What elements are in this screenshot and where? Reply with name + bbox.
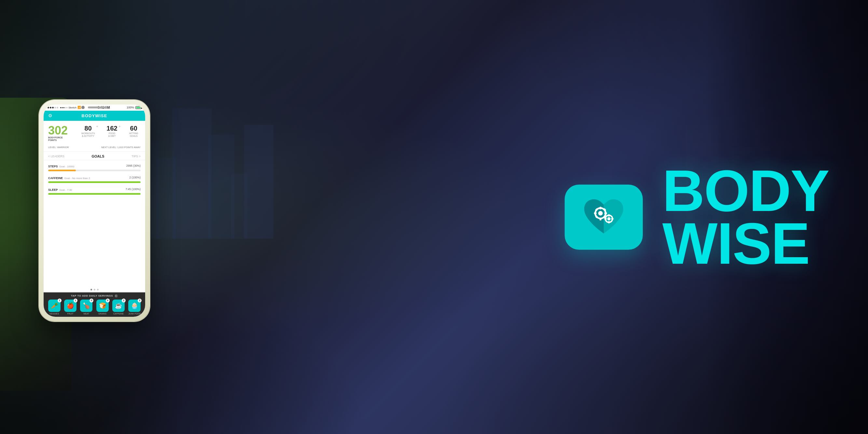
food-label: FOOD & DIET [108, 132, 116, 138]
hitting-stat: 60 HITTING GOALS [127, 125, 141, 138]
phone-section: ●●●○○ Sketch 📶 9:41 AM 100% ⚙ BODYWISE [39, 113, 150, 321]
dot-2 [94, 289, 95, 290]
steps-info: STEPS Goal - 10000 [48, 163, 74, 169]
caffeine-serving-icon: ☕ [115, 302, 122, 309]
serving-fruit[interactable]: 🍎 1 FRUIT [64, 300, 76, 315]
leaders-tab[interactable]: < LEADERS [48, 155, 64, 158]
app-icon [565, 185, 643, 250]
sleep-detail: Goal - 7:30 [59, 188, 72, 191]
battery-icon [135, 106, 141, 109]
camera [81, 106, 85, 109]
food-plus: + [119, 125, 121, 128]
signal-bars [48, 107, 58, 108]
caffeine-icon-box[interactable]: ☕ 2 [112, 300, 125, 312]
phone-notch [81, 106, 107, 109]
hitting-number: 60 [130, 125, 137, 132]
grains-count: 0 [106, 299, 110, 303]
workouts-label: WORKOUTS & ACTIVITY [81, 132, 95, 138]
meat-icon: 🍗 [83, 302, 90, 309]
stats-section: 302 BODYFORCE POINTS 80 WORKOUTS & ACTIV… [43, 121, 145, 145]
fruit-label: FRUIT [67, 313, 73, 315]
next-level: NEXT LEVEL: 1,810 POINTS AWAY [101, 146, 141, 149]
sleep-info: SLEEP Goal - 7:30 [48, 186, 72, 192]
food-stat: 162 FOOD & DIET + [104, 125, 120, 138]
main-layout: ●●●○○ Sketch 📶 9:41 AM 100% ⚙ BODYWISE [0, 0, 868, 434]
signal-dot-1 [48, 107, 49, 108]
sleep-value: 7:45 (100%) [126, 188, 141, 191]
app-header: ⚙ BODYWISE [43, 111, 145, 121]
brand-name: BODY WISE [662, 164, 829, 270]
serving-veggies[interactable]: 🥕 1 VEGGIES [48, 300, 61, 315]
caffeine-goal-header: CAFFEINE Goal - No more than 2 2 (100%) [48, 175, 141, 180]
brand-line-1: BODY [662, 164, 829, 217]
phone-frame: ●●●○○ Sketch 📶 9:41 AM 100% ⚙ BODYWISE [39, 100, 150, 321]
svg-point-11 [607, 217, 611, 220]
bodyforce-label: BODYFORCE POINTS [48, 136, 68, 142]
servings-title-row: TAP TO ADD DAILY SERVINGS ℹ [47, 294, 142, 298]
goals-list: STEPS Goal - 10000 2995 (30%) [43, 160, 145, 286]
svg-rect-15 [611, 218, 614, 219]
steps-label: STEPS [48, 165, 58, 168]
settings-gear-icon[interactable]: ⚙ [48, 113, 53, 118]
servings-grid: 🥕 1 VEGGIES 🍎 1 FRUIT [47, 300, 142, 315]
svg-point-1 [598, 211, 603, 216]
tips-tab[interactable]: TIPS > [131, 155, 141, 158]
svg-rect-3 [599, 218, 601, 220]
servings-section: TAP TO ADD DAILY SERVINGS ℹ 🥕 1 VEGGIES [43, 292, 145, 317]
junk-food-icon-box[interactable]: 🧁 2 [128, 300, 141, 312]
bodyforce-points: 302 BODYFORCE POINTS [48, 125, 72, 142]
caffeine-info: CAFFEINE Goal - No more than 2 [48, 175, 90, 180]
steps-bar-fill [48, 169, 76, 171]
app-title: BODYWISE [82, 113, 107, 118]
sleep-bar-fill [48, 193, 141, 195]
caffeine-serving-label: CAFFEINE [113, 313, 124, 315]
speaker [88, 106, 107, 108]
steps-value: 2995 (30%) [126, 164, 141, 167]
grains-icon: 🍞 [99, 302, 106, 309]
sleep-goal-header: SLEEP Goal - 7:30 7:45 (100%) [48, 186, 141, 192]
fruit-count: 1 [73, 299, 78, 303]
steps-goal: STEPS Goal - 10000 2995 (30%) [48, 163, 141, 171]
meat-label: MEAT [84, 313, 90, 315]
info-icon[interactable]: ℹ [115, 294, 118, 298]
caffeine-bar-track [48, 181, 141, 183]
serving-junk-food[interactable]: 🧁 2 JUNK FOOD [128, 300, 141, 315]
svg-rect-14 [604, 218, 607, 219]
goals-tab[interactable]: GOALS [91, 154, 104, 158]
veggies-icon-box[interactable]: 🥕 1 [48, 300, 61, 312]
signal-dot-3 [52, 107, 54, 108]
junk-food-label: JUNK FOOD [129, 313, 141, 315]
status-left: ●●●○○ Sketch 📶 [48, 106, 81, 109]
sleep-bar-track [48, 193, 141, 195]
dot-3 [97, 289, 99, 290]
nav-tabs: < LEADERS GOALS TIPS > [43, 152, 145, 160]
sleep-goal: SLEEP Goal - 7:30 7:45 (100%) [48, 186, 141, 195]
svg-rect-2 [599, 207, 601, 209]
caffeine-detail: Goal - No more than 2 [64, 177, 90, 180]
sleep-label: SLEEP [48, 188, 58, 191]
grains-icon-box[interactable]: 🍞 0 [96, 300, 109, 312]
battery-fill [136, 107, 141, 108]
meat-count: 0 [90, 299, 93, 303]
fruit-icon: 🍎 [67, 302, 74, 309]
serving-caffeine[interactable]: ☕ 2 CAFFEINE [112, 300, 125, 315]
fruit-icon-box[interactable]: 🍎 1 [64, 300, 76, 312]
serving-grains[interactable]: 🍞 0 GRAINS [96, 300, 109, 315]
grains-label: GRAINS [98, 313, 106, 315]
battery-label: 100% [127, 106, 134, 109]
level-bar: LEVEL: WARRIOR NEXT LEVEL: 1,810 POINTS … [43, 144, 145, 152]
servings-title: TAP TO ADD DAILY SERVINGS [71, 294, 113, 297]
meat-icon-box[interactable]: 🍗 0 [80, 300, 92, 312]
heart-gear-svg [578, 194, 630, 240]
serving-meat[interactable]: 🍗 0 MEAT [80, 300, 92, 315]
steps-bar-track [48, 169, 141, 171]
caffeine-label: CAFFEINE [48, 177, 63, 180]
caffeine-goal: CAFFEINE Goal - No more than 2 2 (100%) [48, 175, 141, 183]
hitting-label: HITTING GOALS [129, 132, 138, 138]
svg-rect-4 [594, 212, 596, 214]
veggies-icon: 🥕 [51, 302, 58, 309]
svg-rect-13 [608, 221, 610, 223]
workouts-number: 80 [85, 125, 92, 132]
right-section: BODY WISE [150, 164, 829, 270]
caffeine-serving-count: 2 [122, 299, 126, 303]
